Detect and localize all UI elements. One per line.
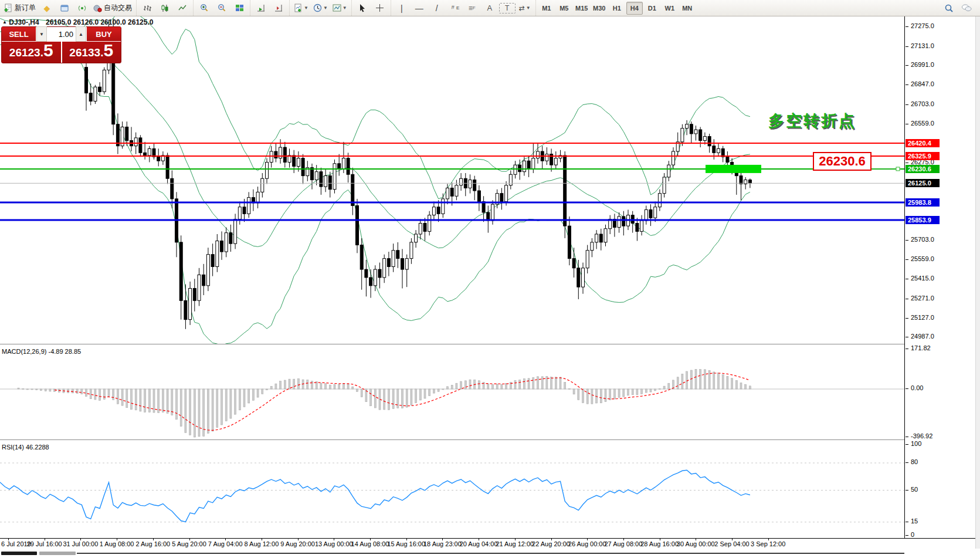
search-icon[interactable] [941,1,957,15]
price-tick: 26991.0 [911,61,934,68]
line-chart-icon[interactable] [174,1,191,15]
time-axis[interactable]: 6 Jul 201929 Jul 16:0031 Jul 00:001 Aug … [0,538,975,549]
hline-price-tag: 25853.9 [906,216,940,224]
sell-price[interactable]: 26123.5 [2,42,62,63]
time-label: 27 Aug 08:00 [604,540,642,547]
time-label: 31 Jul 00:00 [63,540,98,547]
volume-decrease-button[interactable]: ▼ [36,26,47,42]
auto-scroll-icon[interactable] [253,1,269,15]
time-label: 3 Sep 12:00 [751,540,785,547]
sell-price-dec: 5 [43,43,53,58]
toolbar-right [940,1,980,15]
new-order-label: 新订单 [15,3,36,13]
time-label: 14 Aug 08:00 [351,540,389,547]
rsi-svg [0,442,904,538]
main-chart-pane[interactable] [0,16,904,344]
volume-increase-button[interactable]: ▲ [76,26,86,42]
main-chart-svg [0,16,904,344]
auto-trading-label: 自动交易 [104,3,132,13]
macd-label: MACD(12,26,9) -4.89 28.85 [2,348,81,355]
hline-price-tag: 26325.9 [906,152,940,160]
price-alert-icon[interactable]: ◆ [39,1,55,15]
ohlc-values: 26105.0 26126.0 26100.0 26125.0 [46,18,154,26]
chart-annotation-text[interactable]: 多空转折点 [768,110,856,131]
new-order-button[interactable]: 新订单 [2,1,38,15]
chat-icon[interactable] [958,1,975,15]
toolbar-group-cursor [351,0,391,16]
text-tool-icon[interactable]: A [481,1,498,15]
toolbar-group-indicators: ▼ ▼ ▼ [289,0,351,16]
rsi-value: 46.2288 [26,444,49,451]
zoom-out-icon[interactable] [213,1,230,15]
arrows-tool-icon[interactable]: ⇄▼ [517,1,533,15]
price-tick: 25127.0 [911,314,934,321]
templates-dropdown-caret[interactable]: ▼ [343,5,347,11]
rsi-pane[interactable] [0,442,904,538]
timeframe-button-m15[interactable]: M15 [574,2,590,15]
chart-tab-active[interactable] [1,552,37,555]
time-label: 9 Aug 20:00 [280,540,315,547]
zoom-in-icon[interactable] [196,1,212,15]
signals-icon[interactable] [74,1,90,15]
timeframe-button-m30[interactable]: M30 [591,2,608,15]
price-axis[interactable]: 27275.027131.026991.026847.026703.026559… [904,16,975,558]
toolbar-group-zoom [193,0,250,16]
rsi-axis-label: 15 [911,518,918,525]
macd-axis-label: 0.00 [911,384,923,391]
periods-dropdown-caret[interactable]: ▼ [323,5,328,11]
timeframe-button-h1[interactable]: H1 [609,2,625,15]
chart-window: ▲ DJ30-,H4 26105.0 26126.0 26100.0 26125… [0,16,980,558]
price-tick: 26703.0 [911,100,934,107]
label-tool-icon[interactable]: T [499,3,516,13]
timeframe-button-w1[interactable]: W1 [662,2,678,15]
chart-shift-icon[interactable] [270,1,287,15]
volume-spinner: ▼ 1.00 ▲ [36,27,86,41]
trendline-tool-icon[interactable]: / [429,1,445,15]
macd-pane[interactable] [0,347,904,439]
price-tick: 26847.0 [911,80,934,87]
hline-price-tag: 25983.8 [906,198,940,207]
sell-button[interactable]: SELL [2,27,36,41]
window-marker-icon: ▲ [2,19,7,25]
price-tick: 27275.0 [911,22,934,29]
toolbar-group-objects: | — / 〃E ≡F A T ⇄▼ [391,0,535,16]
price-tick: 25271.0 [911,295,934,302]
crosshair-icon[interactable] [372,1,388,15]
cursor-icon[interactable] [354,1,371,15]
rsi-axis-label: 50 [911,486,918,493]
tab-strip-line [77,553,904,554]
periods-button[interactable]: ▼ [311,1,330,15]
rsi-axis-label: 100 [911,440,921,447]
timeframe-button-m1[interactable]: M1 [538,2,555,15]
right-scroll-strip[interactable] [975,16,980,558]
candlestick-chart-icon[interactable] [157,1,173,15]
price-callout-box[interactable]: 26230.6 [813,152,872,171]
hline-price-tag: 26420.4 [906,139,940,147]
time-label: 2 Sep 04:00 [714,540,749,547]
buy-price-int: 26133 [69,46,100,59]
indicators-button[interactable]: ▼ [292,1,310,15]
macd-values: -4.89 28.85 [48,348,81,355]
buy-button[interactable]: BUY [86,27,121,41]
indicators-dropdown-caret[interactable]: ▼ [304,5,308,11]
timeframe-button-mn[interactable]: MN [679,2,696,15]
bar-chart-icon[interactable] [139,1,155,15]
tile-windows-icon[interactable] [231,1,247,15]
one-click-trading-panel: SELL ▼ 1.00 ▲ BUY 26123.5 26133.5 [1,26,121,63]
market-watch-window-icon[interactable] [56,1,73,15]
channel-tool-icon[interactable]: 〃E [446,1,463,15]
volume-input[interactable]: 1.00 [47,30,76,39]
macd-axis-label: -396.92 [911,432,932,439]
vertical-line-tool-icon[interactable]: | [394,1,410,15]
toolbar: 新订单 ◆ 自动交易 [0,0,980,16]
chart-tab[interactable] [39,552,76,555]
templates-button[interactable]: ▼ [331,1,349,15]
timeframe-button-d1[interactable]: D1 [644,2,660,15]
fibonacci-tool-icon[interactable]: ≡F [464,1,480,15]
timeframe-button-h4[interactable]: H4 [626,2,643,15]
toolbar-group-chart-type [136,0,193,16]
auto-trading-button[interactable]: 自动交易 [91,1,134,15]
buy-price[interactable]: 26133.5 [62,42,121,63]
horizontal-line-tool-icon[interactable]: — [411,1,428,15]
timeframe-button-m5[interactable]: M5 [556,2,572,15]
